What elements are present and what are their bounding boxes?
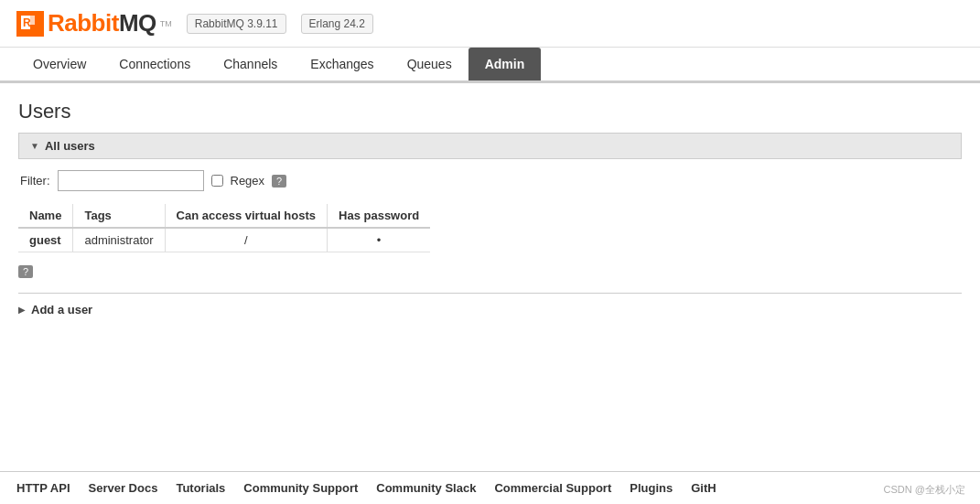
section-collapse-arrow: ▼ (30, 141, 39, 151)
nav-channels[interactable]: Channels (207, 48, 294, 80)
table-help-icon[interactable]: ? (18, 265, 33, 278)
user-name-link[interactable]: guest (29, 233, 61, 247)
rabbitmq-version-badge: RabbitMQ 3.9.11 (187, 14, 286, 34)
user-has-password: • (328, 228, 431, 252)
all-users-section-header[interactable]: ▼ All users (18, 133, 962, 159)
nav-connections[interactable]: Connections (102, 48, 207, 80)
nav-exchanges[interactable]: Exchanges (294, 48, 390, 80)
filter-row: Filter: Regex ? (18, 170, 962, 191)
user-tags: administrator (73, 228, 165, 252)
svg-text:R: R (23, 16, 31, 29)
logo-text: RabbitMQ (48, 9, 156, 38)
filter-label: Filter: (20, 174, 50, 188)
add-user-section: ▶ Add a user (18, 293, 962, 316)
section-header-label: All users (45, 139, 95, 153)
filter-input[interactable] (58, 170, 204, 191)
col-name: Name (18, 204, 73, 228)
nav-admin[interactable]: Admin (468, 48, 542, 80)
header: R RabbitMQ TM RabbitMQ 3.9.11 Erlang 24.… (0, 0, 980, 48)
col-virtual-hosts: Can access virtual hosts (165, 204, 327, 228)
regex-label: Regex (231, 174, 265, 188)
logo: R RabbitMQ TM (16, 9, 172, 38)
filter-help-button[interactable]: ? (272, 175, 286, 188)
main-nav: Overview Connections Channels Exchanges … (0, 48, 980, 83)
logo-icon: R (16, 11, 44, 37)
add-user-arrow: ▶ (18, 305, 26, 315)
table-row: guest administrator / • (18, 228, 430, 252)
logo-tm: TM (160, 19, 172, 28)
nav-queues[interactable]: Queues (391, 48, 468, 80)
erlang-version-badge: Erlang 24.2 (301, 14, 373, 34)
user-name: guest (18, 228, 73, 252)
table-header-row: Name Tags Can access virtual hosts Has p… (18, 204, 430, 228)
add-user-label: Add a user (31, 303, 92, 316)
col-has-password: Has password (328, 204, 431, 228)
col-tags: Tags (73, 204, 165, 228)
add-user-header[interactable]: ▶ Add a user (18, 303, 962, 316)
nav-overview[interactable]: Overview (16, 48, 102, 80)
page-title: Users (18, 100, 962, 123)
regex-checkbox[interactable] (211, 175, 223, 187)
user-virtual-hosts: / (165, 228, 327, 252)
users-table: Name Tags Can access virtual hosts Has p… (18, 204, 430, 252)
main-content: Users ▼ All users Filter: Regex ? Name T… (0, 83, 980, 333)
